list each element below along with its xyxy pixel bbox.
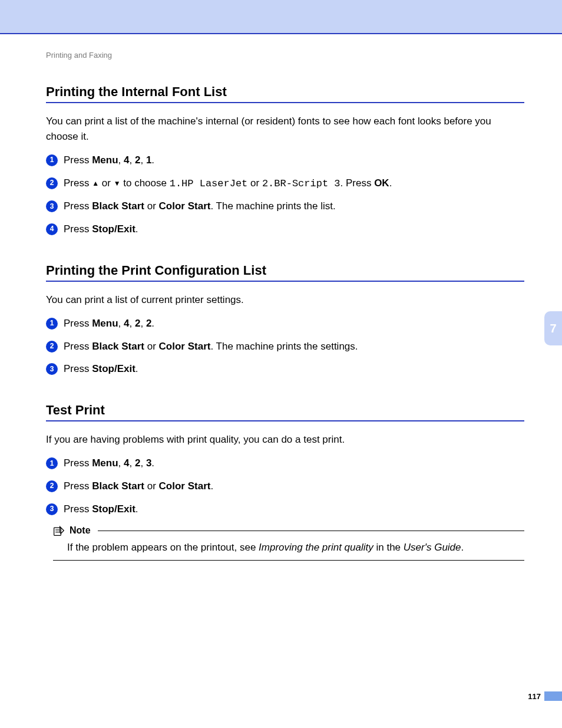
doc-section: Printing the Print Configuration ListYou… <box>46 263 524 377</box>
top-banner <box>0 0 562 33</box>
doc-section: Test PrintIf you are having problems wit… <box>46 403 524 561</box>
step-number-icon: 2 <box>46 341 58 353</box>
step-text: Press Black Start or Color Start. The ma… <box>64 340 358 354</box>
section-heading: Printing the Internal Font List <box>46 84 524 103</box>
step-number-icon: 1 <box>46 457 58 469</box>
step-number-icon: 3 <box>46 363 58 375</box>
note-rule <box>98 531 524 531</box>
doc-section: Printing the Internal Font ListYou can p… <box>46 84 524 237</box>
page-footer: 117 <box>528 691 562 701</box>
breadcrumb: Printing and Faxing <box>46 51 524 60</box>
step-item: 3Press Stop/Exit. <box>46 362 524 377</box>
step-number-icon: 3 <box>46 503 58 515</box>
page-number: 117 <box>528 692 541 701</box>
step-text: Press Black Start or Color Start. <box>64 479 213 494</box>
note-header: Note <box>53 525 524 536</box>
note-block: NoteIf the problem appears on the printo… <box>53 525 524 561</box>
step-number-icon: 3 <box>46 200 58 212</box>
step-text: Press Menu, 4, 2, 1. <box>64 153 154 168</box>
step-text: Press ▲ or ▼ to choose 1.HP LaserJet or … <box>64 176 392 192</box>
section-intro: You can print a list of the machine's in… <box>46 114 524 144</box>
step-item: 2Press ▲ or ▼ to choose 1.HP LaserJet or… <box>46 176 524 192</box>
step-item: 2Press Black Start or Color Start. <box>46 479 524 494</box>
step-text: Press Menu, 4, 2, 3. <box>64 456 154 471</box>
step-text: Press Menu, 4, 2, 2. <box>64 317 154 331</box>
note-label: Note <box>70 525 91 536</box>
section-intro: You can print a list of current printer … <box>46 292 524 308</box>
footer-accent-bar <box>544 691 562 701</box>
step-number-icon: 1 <box>46 154 58 166</box>
section-heading: Test Print <box>46 403 524 421</box>
step-item: 4Press Stop/Exit. <box>46 222 524 237</box>
step-item: 1Press Menu, 4, 2, 2. <box>46 317 524 331</box>
note-pencil-icon <box>53 525 65 536</box>
step-number-icon: 4 <box>46 223 58 235</box>
step-number-icon: 2 <box>46 177 58 189</box>
step-list: 1Press Menu, 4, 2, 3.2Press Black Start … <box>46 456 524 516</box>
step-item: 3Press Stop/Exit. <box>46 502 524 517</box>
step-list: 1Press Menu, 4, 2, 1.2Press ▲ or ▼ to ch… <box>46 153 524 237</box>
step-number-icon: 1 <box>46 318 58 330</box>
step-number-icon: 2 <box>46 480 58 492</box>
step-item: 2Press Black Start or Color Start. The m… <box>46 340 524 354</box>
step-text: Press Black Start or Color Start. The ma… <box>64 199 336 214</box>
step-text: Press Stop/Exit. <box>64 362 138 377</box>
step-list: 1Press Menu, 4, 2, 2.2Press Black Start … <box>46 317 524 377</box>
step-item: 1Press Menu, 4, 2, 3. <box>46 456 524 471</box>
step-item: 3Press Black Start or Color Start. The m… <box>46 199 524 214</box>
step-text: Press Stop/Exit. <box>64 222 138 237</box>
step-item: 1Press Menu, 4, 2, 1. <box>46 153 524 168</box>
step-text: Press Stop/Exit. <box>64 502 138 517</box>
section-heading: Printing the Print Configuration List <box>46 263 524 282</box>
section-intro: If you are having problems with print qu… <box>46 432 524 447</box>
page-content: Printing and Faxing Printing the Interna… <box>0 34 562 561</box>
note-body: If the problem appears on the printout, … <box>53 536 524 561</box>
